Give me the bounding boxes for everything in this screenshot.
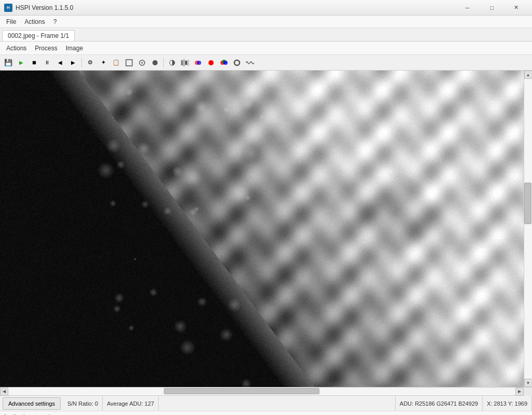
hscroll-right-arrow[interactable]: ▶ [515,388,524,396]
titlebar-title: HSPI Version 1.1.5.0 [16,4,73,11]
statusbar: Advanced settings S/N Ratio: 0 Average A… [0,395,532,411]
save-button[interactable]: 💾 [2,57,15,69]
menu2-actions[interactable]: Actions [2,42,31,54]
colorstretch-button[interactable] [179,57,191,69]
hscroll-track[interactable] [8,388,515,395]
svg-rect-0 [126,60,132,66]
menubar: File Actions ? [0,16,532,28]
hscroll-thumb[interactable] [164,388,319,394]
toolbar-sep-1 [81,58,82,68]
wave-button[interactable] [244,57,256,69]
titlebar-left: H HSPI Version 1.1.5.0 [4,4,73,12]
moon-canvas [0,71,524,387]
clipboard-button[interactable]: 📋 [110,57,122,69]
titlebar-controls: ─ □ ✕ [456,0,528,16]
circle-tool-button[interactable] [136,57,148,69]
vscroll-thumb[interactable] [524,183,531,224]
advanced-settings-button[interactable]: Advanced settings [3,397,61,410]
hscrollbar-area: ◀ ▶ [0,387,532,395]
svg-rect-6 [183,59,185,66]
restore-button[interactable]: □ [480,0,503,16]
menubar2: Actions Process Image [0,42,532,55]
menu-actions[interactable]: Actions [20,16,49,27]
titlebar: H HSPI Version 1.1.5.0 ─ □ ✕ [0,0,532,16]
svg-point-10 [197,61,201,65]
svg-point-14 [223,61,228,65]
minimize-button[interactable]: ─ [456,0,479,16]
vscroll-down-arrow[interactable]: ▼ [524,379,533,387]
main-content: ▲ ▼ [0,71,532,387]
menu-file[interactable]: File [2,16,20,27]
dot-tool-button[interactable] [149,57,161,69]
app-status-message: Application started. [3,413,52,416]
halfcircle-button[interactable] [166,57,178,69]
prev-button[interactable]: ◀ [54,57,66,69]
settings-button[interactable]: ⚙ [84,57,96,69]
menu2-process[interactable]: Process [31,42,61,54]
toolbar: 💾 ▶ ⏹ ⏸ ◀ ▶ ⚙ ✦ 📋 [0,55,532,71]
hscroll-left-arrow[interactable]: ◀ [0,388,8,396]
menu2-image[interactable]: Image [62,42,87,54]
svg-rect-7 [185,61,187,65]
next-button[interactable]: ▶ [67,57,79,69]
toolbar-sep-2 [163,58,164,68]
vertical-scrollbar[interactable]: ▲ ▼ [524,71,532,387]
ring-button[interactable] [231,57,243,69]
image-area [0,71,524,387]
colorbalance-button[interactable] [192,57,204,69]
average-adu-field: Average ADU: 127 [103,396,159,411]
play-button[interactable]: ▶ [15,57,27,69]
svg-rect-5 [181,60,183,65]
stop-button[interactable]: ⏹ [28,57,40,69]
hscroll-corner [524,388,532,396]
xy-field: X: 2813 Y: 1969 [482,396,532,411]
adu-field: ADU: R25186 G26471 B24929 [395,396,482,411]
svg-point-2 [142,62,143,63]
star-button[interactable]: ✦ [97,57,109,69]
close-button[interactable]: ✕ [505,0,528,16]
tab-main[interactable]: 0002.jpeg - Frame 1/1 [2,30,75,41]
app-status-bar: Application started. [0,411,532,415]
sn-ratio-field: S/N Ratio: 0 [63,396,103,411]
blue-channel-button[interactable] [218,57,230,69]
pause-button[interactable]: ⏸ [41,57,53,69]
svg-point-3 [152,60,158,65]
vscroll-track[interactable] [524,79,533,379]
menu-help[interactable]: ? [49,16,61,27]
app-icon: H [4,4,12,12]
svg-point-15 [234,60,240,65]
frame-select-button[interactable] [123,57,135,69]
red-channel-button[interactable] [205,57,217,69]
svg-point-11 [208,60,214,65]
tabbar: 0002.jpeg - Frame 1/1 [0,28,532,42]
vscroll-up-arrow[interactable]: ▲ [524,71,533,79]
svg-rect-8 [187,60,189,66]
